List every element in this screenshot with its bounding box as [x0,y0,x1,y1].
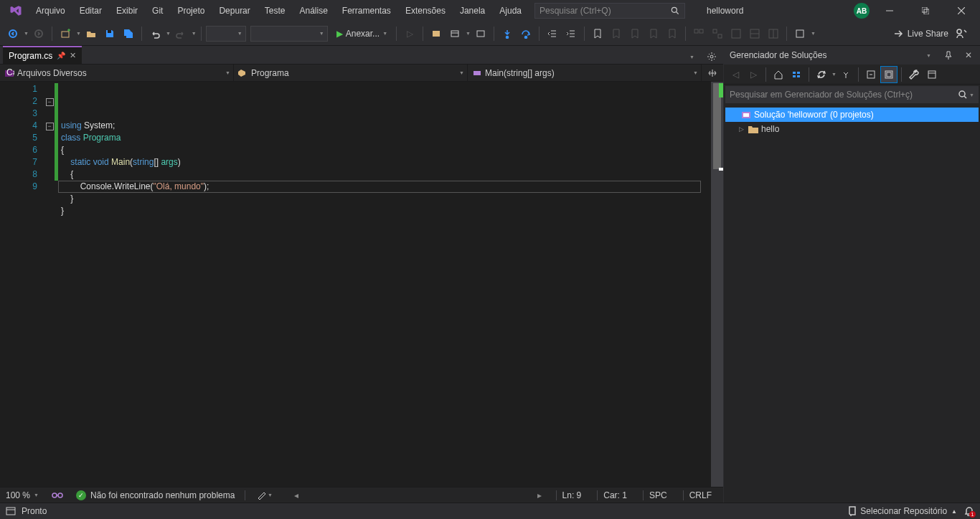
sx-home-icon[interactable] [770,66,787,83]
class-dropdown[interactable]: Programa▼ [234,65,468,81]
quick-search-input[interactable]: Pesquisar (Ctrl+Q) [534,3,685,19]
zoom-level[interactable]: 100 %▼ [6,490,39,500]
svg-text:C#: C# [6,68,14,77]
notifications-button[interactable]: 1 [964,506,974,516]
sx-back-button[interactable]: ◁ [727,66,744,83]
save-all-button[interactable] [120,25,137,42]
sx-collapse-icon[interactable] [862,66,880,83]
panel-options-button[interactable]: ▼ [920,47,937,64]
more-button[interactable] [791,25,809,42]
start-without-debug-button[interactable]: ▷ [401,25,418,42]
tab-settings-icon[interactable] [703,48,720,65]
tree-item[interactable]: ▷ hello [725,122,979,136]
sx-properties-icon[interactable] [905,66,923,83]
svg-rect-30 [928,71,936,78]
project-label: Arquivos Diversos [17,68,87,78]
next-bookmark-button[interactable] [626,25,644,42]
menu-exibir[interactable]: Exibir [109,1,145,20]
step-over-button[interactable] [517,25,534,42]
solution-tree[interactable]: Solução 'helloword' (0 projetos) ▷ hello [724,105,980,503]
menu-editar[interactable]: Editar [72,1,109,20]
indent-button[interactable] [562,25,580,42]
project-dropdown[interactable]: C# Arquivos Diversos▼ [0,65,234,81]
column-indicator[interactable]: Car: 1 [597,490,633,500]
code-editor[interactable]: 123456789 −− using System;class Programa… [0,82,723,487]
bm4-button[interactable] [645,25,662,42]
minimize-button[interactable] [874,0,905,22]
eol-indicator[interactable]: CRLF [683,490,717,500]
standard-toolbar: ▼ ▼ ▼ ▼ ▼ ▼ ▶Anexar...▼ ▷ ▼ ▼ Live Share [0,22,980,46]
line-indicator[interactable]: Ln: 9 [556,490,588,500]
fold-column[interactable]: −− [44,82,55,487]
tb-icon-2[interactable] [446,25,463,42]
user-avatar[interactable]: AB [854,3,870,19]
brush-icon[interactable]: ▼ [255,487,273,504]
grid5-button[interactable] [765,25,782,42]
prev-bookmark-button[interactable] [608,25,625,42]
solution-explorer-search[interactable]: Pesquisar em Gerenciador de Soluções (Ct… [725,86,979,103]
pin-panel-icon[interactable] [940,47,957,64]
sx-switch-view-icon[interactable] [788,66,805,83]
scroll-right-button[interactable]: ▸ [533,490,546,500]
tab-close-icon[interactable]: ✕ [70,51,76,60]
live-share-button[interactable]: Live Share [893,29,948,39]
output-icon[interactable] [6,507,16,515]
solution-platform-combo[interactable]: ▼ [250,26,328,42]
menu-ajuda[interactable]: Ajuda [492,1,529,20]
sx-refresh-icon[interactable] [837,66,854,83]
open-file-button[interactable] [83,25,100,42]
error-list-summary[interactable]: ✓ Não foi encontrado nenhum problema [76,490,235,500]
split-editor-button[interactable] [702,65,723,81]
menu-extensões[interactable]: Extensões [398,1,453,20]
maximize-button[interactable] [910,0,941,22]
menu-janela[interactable]: Janela [453,1,492,20]
grid4-button[interactable] [746,25,763,42]
sx-preview-icon[interactable] [923,66,941,83]
grid2-button[interactable] [709,25,726,42]
menu-git[interactable]: Git [145,1,170,20]
menu-depurar[interactable]: Depurar [212,1,257,20]
expand-icon[interactable]: ▷ [737,125,745,133]
bm5-button[interactable] [664,25,681,42]
scroll-left-button[interactable]: ◂ [290,490,303,500]
glasses-icon[interactable] [49,487,66,504]
menu-teste[interactable]: Teste [258,1,293,20]
new-item-button[interactable] [57,25,74,42]
save-button[interactable] [101,25,118,42]
close-button[interactable] [946,0,977,22]
menu-análise[interactable]: Análise [292,1,334,20]
step-into-button[interactable] [499,25,516,42]
undo-button[interactable] [146,25,164,42]
menu-projeto[interactable]: Projeto [170,1,212,20]
member-dropdown[interactable]: Main(string[] args)▼ [468,65,702,81]
solution-explorer-title-bar[interactable]: Gerenciador de Soluções ▼ ✕ [724,46,980,65]
tb-icon-3[interactable] [472,25,489,42]
indent-indicator[interactable]: SPC [643,490,673,500]
redo-button[interactable] [172,25,189,42]
feedback-icon[interactable] [953,25,970,42]
bookmark-button[interactable] [589,25,606,42]
close-panel-icon[interactable]: ✕ [960,47,977,64]
menu-arquivo[interactable]: Arquivo [29,1,72,20]
tb-icon-1[interactable] [428,25,445,42]
solution-explorer-panel: Gerenciador de Soluções ▼ ✕ ◁ ▷ ▼ Pesqui [724,46,980,503]
grid3-button[interactable] [727,25,745,42]
tab-overflow-button[interactable]: ▼ [683,48,700,65]
vertical-scrollbar[interactable] [711,82,723,487]
solution-config-combo[interactable]: ▼ [206,26,246,42]
outdent-button[interactable] [544,25,561,42]
sx-fwd-button[interactable]: ▷ [745,66,762,83]
code-content[interactable]: using System;class Programa{ static void… [58,82,711,487]
repo-picker[interactable]: Selecionar Repositório ▲ [847,506,957,516]
document-tab[interactable]: Program.cs 📌 ✕ [3,47,82,64]
menu-ferramentas[interactable]: Ferramentas [335,1,398,20]
nav-back-button[interactable] [4,25,22,42]
pin-icon[interactable]: 📌 [57,52,65,59]
solution-node[interactable]: Solução 'helloword' (0 projetos) [725,108,979,122]
sx-sync-icon[interactable] [813,66,830,83]
sx-show-all-icon[interactable] [880,66,897,83]
class-label: Programa [251,68,289,78]
start-debug-button[interactable]: ▶Anexar...▼ [332,25,392,42]
nav-fwd-button[interactable] [30,25,47,42]
grid1-button[interactable] [690,25,707,42]
